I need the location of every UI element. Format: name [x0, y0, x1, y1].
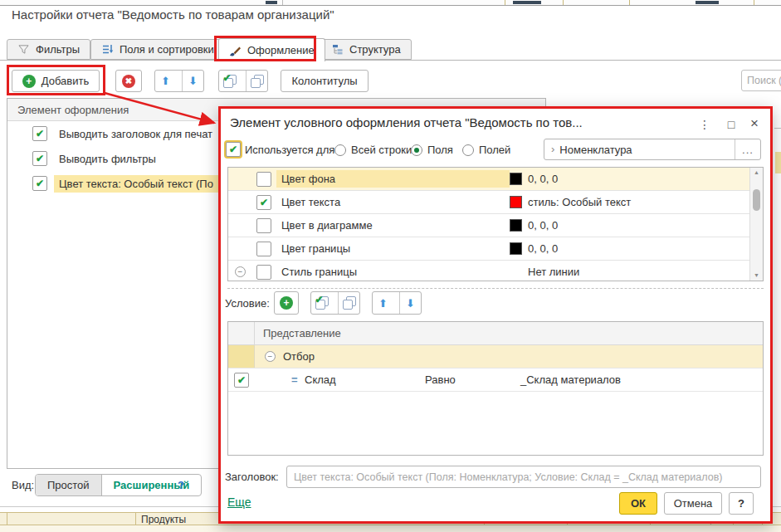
property-row-border-color[interactable]: Цвет границы 0, 0, 0	[228, 237, 763, 261]
scroll-down-icon[interactable]: ▼	[750, 271, 763, 281]
field-picker[interactable]: › Номенклатура ...	[544, 139, 761, 160]
property-value: стиль: Особый текст	[528, 196, 631, 208]
plus-icon: +	[280, 296, 293, 310]
headers-footers-label: Колонтитулы	[291, 75, 357, 87]
sort-icon	[101, 44, 114, 56]
radio-whole-row-label: Всей строки	[351, 144, 412, 156]
title-field-label: Заголовок:	[225, 471, 279, 483]
delete-icon: ✖	[122, 75, 135, 88]
property-row-text-color[interactable]: ✔ Цвет текста стиль: Особый текст	[228, 191, 763, 214]
condition-row[interactable]: ✔ = Склад Равно _Склад материалов	[228, 368, 763, 392]
uncheck-all-icon	[251, 75, 264, 88]
checkbox-checked[interactable]: ✔	[32, 176, 47, 191]
view-mode-label: Вид:	[12, 479, 34, 491]
color-swatch-red	[510, 196, 522, 208]
tab-fields-sorting[interactable]: Поля и сортировки	[90, 39, 225, 60]
check-all-icon: ✔	[315, 296, 329, 310]
condition-label: Условие:	[225, 297, 270, 310]
usage-label: Используется для	[245, 144, 334, 156]
checkbox-checked[interactable]: ✔	[234, 373, 249, 388]
close-icon[interactable]: ×	[745, 115, 764, 133]
conditions-group-row[interactable]: − Отбор	[228, 345, 763, 368]
tab-label: Поля и сортировки	[120, 43, 214, 56]
clipped-text-fragment	[696, 1, 719, 4]
usage-checkbox[interactable]: ✔	[226, 142, 241, 157]
filter-icon	[17, 44, 30, 56]
move-up-button[interactable]: ⬆	[155, 71, 176, 91]
equals-icon: =	[291, 373, 298, 386]
condition-add-button[interactable]: +	[274, 291, 299, 315]
condition-field: Склад	[305, 373, 336, 386]
view-simple-button[interactable]: Простой	[36, 475, 102, 495]
condition-comparison: Равно	[425, 373, 456, 386]
condition-move-up-button[interactable]: ⬆	[373, 292, 393, 314]
radio-fields[interactable]	[462, 144, 474, 156]
dashed-divider	[227, 288, 764, 289]
more-link[interactable]: Еще	[227, 495, 251, 509]
cell-border	[754, 0, 754, 5]
property-name: Цвет в диаграмме	[276, 217, 510, 234]
more-vert-icon[interactable]: ⋮	[696, 115, 714, 134]
background-report-row2	[0, 525, 781, 532]
tab-appearance[interactable]: Оформление	[218, 38, 325, 61]
uncheck-all-button[interactable]	[246, 71, 267, 91]
arrow-up-icon: ⬆	[378, 298, 388, 309]
radio-fields-label: Полей	[479, 144, 510, 156]
background-table-edge	[0, 0, 781, 6]
radio-field[interactable]	[411, 144, 422, 156]
property-row-border-style[interactable]: − Стиль границы Нет линии	[228, 261, 763, 281]
color-swatch-black	[510, 219, 522, 232]
checkbox-checked[interactable]: ✔	[32, 151, 47, 166]
view-advanced-button[interactable]: Расширенный	[102, 475, 202, 495]
tab-label: Фильтры	[36, 43, 80, 56]
scroll-up-icon[interactable]: ▲	[750, 168, 763, 178]
maximize-icon[interactable]: □	[722, 115, 740, 134]
collapse-icon[interactable]: −	[235, 266, 246, 277]
ok-button[interactable]: ОК	[619, 492, 657, 515]
headers-footers-button[interactable]: Колонтитулы	[281, 70, 369, 92]
tabstrip-divider	[0, 60, 781, 61]
conditions-table: Представление − Отбор ✔ = Склад Равно _С…	[227, 321, 764, 456]
tab-structure[interactable]: Структура	[320, 39, 412, 60]
checkbox-unchecked[interactable]	[256, 218, 271, 233]
field-picker-more-button[interactable]: ...	[735, 139, 760, 159]
arrow-down-icon: ⬇	[406, 298, 415, 309]
checkbox-unchecked[interactable]	[256, 265, 271, 280]
condition-uncheck-all-button[interactable]	[338, 292, 359, 314]
checkbox-unchecked[interactable]	[256, 242, 271, 256]
property-value: Нет линии	[528, 266, 579, 278]
condition-move-buttons: ⬆ ⬇	[372, 291, 422, 315]
background-highlight-patch	[775, 152, 781, 173]
condition-move-down-button[interactable]: ⬇	[399, 292, 421, 314]
collapse-icon[interactable]: −	[265, 351, 276, 362]
tab-label: Оформление	[247, 44, 315, 56]
checkbox-unchecked[interactable]	[256, 172, 271, 187]
view-help-link[interactable]: ?	[178, 479, 184, 491]
structure-icon	[331, 44, 344, 56]
cancel-button[interactable]: Отмена	[664, 492, 722, 515]
scrollbar-vertical[interactable]: ▲ ▼	[749, 168, 763, 281]
property-row-background-color[interactable]: Цвет фона 0, 0, 0	[228, 168, 763, 191]
radio-whole-row[interactable]	[334, 144, 346, 156]
check-all-icon: ✔	[223, 75, 237, 88]
property-row-chart-color[interactable]: Цвет в диаграмме 0, 0, 0	[228, 214, 763, 237]
help-button[interactable]: ?	[729, 492, 754, 515]
move-buttons: ⬆ ⬇	[154, 70, 204, 92]
checkbox-checked[interactable]: ✔	[256, 195, 271, 210]
check-all-button[interactable]: ✔	[219, 71, 240, 91]
condition-check-all-button[interactable]: ✔	[311, 292, 332, 314]
title-field-input[interactable]	[286, 466, 761, 488]
add-button[interactable]: + Добавить	[12, 70, 100, 92]
search-input[interactable]	[741, 70, 781, 91]
field-picker-value: Номенклатура	[559, 144, 632, 156]
delete-button[interactable]: ✖	[115, 70, 142, 92]
tab-filters[interactable]: Фильтры	[7, 39, 90, 60]
checkbox-checked[interactable]: ✔	[32, 126, 47, 141]
conditions-group-label: Отбор	[283, 350, 315, 363]
scrollbar-thumb[interactable]	[753, 189, 760, 211]
clipped-text-fragment	[266, 1, 277, 4]
list-item-label: Выводить заголовок для печат	[54, 125, 217, 143]
move-down-button[interactable]: ⬇	[182, 71, 203, 91]
list-item-label: Выводить фильтры	[54, 150, 161, 168]
property-value: 0, 0, 0	[528, 219, 558, 232]
